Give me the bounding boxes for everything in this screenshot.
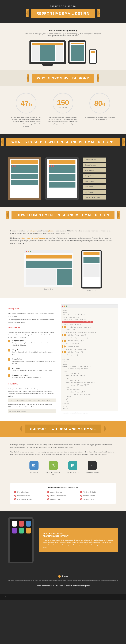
stat-circle: 47%: [16, 93, 36, 114]
style-bullet: 2Enlarge FontsHere, font sizes inside ta…: [8, 349, 55, 357]
da-p1: It's a common misconception that media q…: [43, 539, 114, 548]
header: THE HOW-TO GUIDE TO RESPONSIVE EMAIL DES…: [0, 0, 126, 23]
x-icon: ✕: [47, 498, 49, 500]
change-item: Change Layout: [83, 179, 106, 183]
app-icon-android: ◷Android 4.X Email/OEM app: [46, 461, 61, 478]
title-banner: RESPONSIVE EMAIL DESIGN: [31, 9, 95, 18]
logo-icon: [58, 575, 61, 578]
possible-section: Change Hierarchy Change Navigation Enlar…: [0, 150, 126, 207]
not-supported-item: ✕iPhone Yahoo! Mail app: [14, 498, 46, 500]
footer-coupon: Use coupon code NBGZLT for a free 14-day…: [5, 584, 121, 587]
devices-vs-apps-section: DEVICES VS. APPS: WHAT DETERMINES SUPPOR…: [0, 510, 126, 570]
change-item: Scale Images: [83, 184, 106, 189]
style-bullet: 4Add PaddingA simple style adds 10px of …: [8, 367, 55, 373]
why-banner: WHY RESPONSIVE DESIGN?: [32, 74, 94, 82]
email-demos: Desktop Email Mobile Email: [10, 250, 116, 292]
code-note: * HTML has been truncated for illustrati…: [61, 412, 118, 414]
support-p1: Don't forget to test your responsive des…: [10, 444, 116, 449]
html-p2: For example, the element (td) and the cl…: [8, 403, 55, 408]
not-supported-item: ✕Android Yahoo! Mail app: [47, 494, 79, 497]
litmus-logo: litmus: [5, 575, 121, 578]
not-supported-item: ✕Windows Phone 7: [80, 494, 112, 497]
change-item: Change Navigation: [83, 163, 106, 167]
change-item: Add Padding: [83, 190, 106, 194]
why-banner-section: WHY RESPONSIVE DESIGN?: [0, 70, 126, 86]
definition-text: A collection of techniques, such as medi…: [24, 33, 102, 36]
style-bullet: 3Change ColorsAny fonts contained in a t…: [8, 358, 55, 366]
change-item: Change Colors: [83, 174, 106, 178]
tablet-icon: [68, 40, 86, 64]
css-snippet: td[class="body-header"] {font-size: 18px…: [8, 398, 55, 402]
after-tablet: [45, 156, 79, 200]
x-icon: ✕: [47, 491, 49, 493]
styles-title: THE STYLES: [8, 326, 55, 330]
app-icon-blackberry: ⁘BlackBerry OS7 + Z10: [84, 461, 100, 478]
stat-item: 47% of email opens are on mobile devices…: [11, 93, 42, 128]
footer-tagline: Agencies, designers and marketing teams …: [5, 580, 121, 582]
not-supported-title: Responsive emails are not supported by:: [14, 486, 112, 488]
html-snippet: <td class="body-header">: [8, 410, 55, 413]
stat-text: of email opens are on mobile devices, ye…: [11, 116, 42, 128]
android-icon: ◷: [49, 461, 58, 470]
stat-item: 150TIMES A DAY Studies have found that p…: [47, 93, 79, 128]
implement-banner-section: HOW TO IMPLEMENT RESPONSIVE EMAIL DESIGN: [0, 207, 126, 223]
not-supported-item: ✕Windows Mobile 6.1: [80, 491, 112, 493]
support-banner-section: SUPPORT FOR RESPONSIVE EMAIL: [0, 421, 126, 437]
windows-icon: ⊞: [68, 461, 77, 470]
html-p1: Each style in the CSS rule block specifi…: [8, 388, 55, 397]
app-icon-ios: ✉iOS Mail app: [26, 461, 42, 478]
definition-term: Re·spon·sive de·sign (noun): [10, 29, 116, 32]
stat-text: of people delete an email if it doesn't …: [84, 116, 115, 120]
code-box: <html><head><title>Your Amazing Email</t…: [61, 304, 118, 411]
intro-section: Re·spon·sive de·sign (noun) A collection…: [0, 23, 126, 70]
explain-left: THE QUERY In the context of email, media…: [8, 304, 55, 414]
x-icon: ✕: [80, 498, 82, 500]
phone-with-apps-icon: [8, 517, 34, 563]
change-item: Change Hierarchy: [83, 158, 106, 162]
mail-icon: ✉: [29, 461, 38, 470]
stat-text: Studies have found that people look at t…: [47, 116, 79, 125]
change-item: Change or Hide Content: [83, 196, 106, 200]
app-icons: ✉iOS Mail app ◷Android 4.X Email/OEM app…: [10, 461, 116, 478]
change-item: Enlarge Fonts: [83, 168, 106, 172]
style-bullet: 5Change or Hide ContentThe display prope…: [8, 374, 55, 380]
x-icon: ✕: [47, 494, 49, 497]
explain-right: <html><head><title>Your Amazing Email</t…: [61, 304, 118, 414]
explain-section: THE QUERY In the context of email, media…: [0, 298, 126, 421]
not-supported-item: ✕Android Gmail app: [47, 491, 79, 493]
desktop-label: Desktop Email: [24, 288, 73, 290]
x-icon: ✕: [14, 491, 16, 493]
possible-banner-section: WHAT IS POSSIBLE WITH RESPONSIVE EMAIL D…: [0, 134, 126, 150]
devices-apps-text: DEVICES VS. APPS: WHAT DETERMINES SUPPOR…: [39, 528, 118, 552]
implement-p2: Media queries detect the screen size of …: [10, 237, 116, 245]
mobile-label: Mobile Email: [81, 290, 102, 292]
stat-circle: 150TIMES A DAY: [53, 93, 73, 114]
devices-illustration: [10, 40, 116, 64]
da-title: DEVICES VS. APPS:: [43, 532, 114, 534]
phone-icon: [89, 50, 97, 64]
before-tablet: [8, 156, 41, 200]
stat-item: 80% of people delete an email if it does…: [84, 93, 115, 128]
not-supported-item: ✕Windows Phone 8: [80, 498, 112, 500]
x-icon: ✕: [14, 494, 16, 497]
stat-circle: 80%: [89, 93, 110, 114]
html-title: THE HTML: [8, 383, 55, 386]
x-icon: ✕: [14, 498, 16, 500]
not-supported-item: ✕BlackBerry OS 5: [47, 498, 79, 500]
implement-banner: HOW TO IMPLEMENT RESPONSIVE EMAIL DESIGN: [12, 211, 115, 219]
not-supported-box: Responsive emails are not supported by: …: [10, 483, 116, 504]
mobile-email-demo: Mobile Email: [81, 250, 102, 292]
da-subtitle: WHAT DETERMINES SUPPORT?: [43, 535, 114, 537]
query-p2: This media type states "If the email is …: [8, 318, 55, 323]
possible-banner: WHAT IS POSSIBLE WITH RESPONSIVE EMAIL D…: [6, 138, 120, 146]
x-icon: ✕: [80, 491, 82, 493]
style-bullet: 1Change NavigationThis style moves navig…: [8, 340, 55, 348]
implement-p1: Responsive email uses a media query, als…: [10, 230, 116, 235]
query-title: THE QUERY: [8, 308, 55, 311]
support-banner: SUPPORT FOR RESPONSIVE EMAIL: [25, 424, 101, 433]
monitor-icon: [29, 40, 66, 64]
styles-p1: Combined with the media query, the style…: [8, 332, 55, 338]
changes-list: Change Hierarchy Change Navigation Enlar…: [83, 158, 106, 200]
desktop-email-demo: Desktop Email: [24, 250, 73, 292]
blackberry-icon: ⁘: [88, 461, 97, 470]
